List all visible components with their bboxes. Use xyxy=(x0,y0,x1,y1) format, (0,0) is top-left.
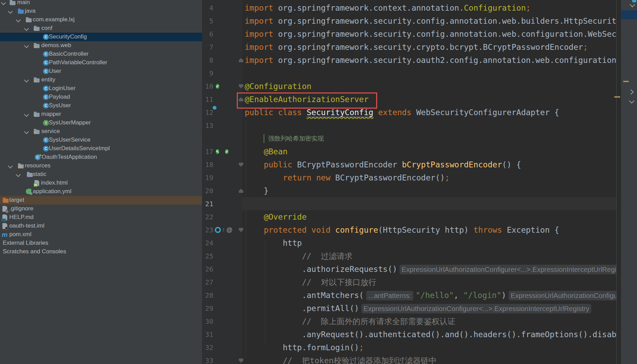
code-line[interactable]: @Configuration xyxy=(242,80,617,93)
code-line[interactable]: // 过滤请求 xyxy=(242,250,617,263)
spring-bean-icon[interactable]: ✓ xyxy=(216,83,219,90)
tree-item-sysuserservice[interactable]: CSysUserService xyxy=(0,136,202,144)
code-line[interactable]: import org.springframework.security.oaut… xyxy=(242,54,617,67)
tree-item-index-html[interactable]: index.html xyxy=(0,179,202,187)
overriding-method-icon[interactable]: ↑@ xyxy=(215,227,233,233)
red-annotation-box xyxy=(237,92,377,109)
code-token: // 除上面外的所有请求全部需要鉴权认证 xyxy=(245,317,456,326)
warning-stripe-mark[interactable] xyxy=(623,81,629,82)
tree-expand-chevron-icon[interactable] xyxy=(16,172,21,177)
project-tree-panel: mainjavacom.example.lxjconfCSecurityConf… xyxy=(0,0,202,364)
code-token: () { xyxy=(502,160,521,169)
code-line[interactable]: import org.springframework.context.annot… xyxy=(242,1,617,14)
code-line[interactable]: http.formLogin(); xyxy=(242,341,617,354)
inlay-hint[interactable]: ExpressionUrlAuthorizationConfigurer<...… xyxy=(509,291,617,300)
tree-item-service[interactable]: service xyxy=(0,127,202,136)
line-number: 28 xyxy=(202,289,213,302)
warning-stripe-mark[interactable] xyxy=(614,96,620,98)
inlay-hint[interactable]: ...antPatterns: xyxy=(366,291,413,300)
code-token: .antMatchers( xyxy=(245,291,364,300)
tree-item-entity[interactable]: entity xyxy=(0,76,202,84)
tree-item-label: Payload xyxy=(49,93,70,100)
error-stripe-panel[interactable] xyxy=(621,0,637,364)
tree-item-pom-xml[interactable]: mpom.xml xyxy=(0,230,202,239)
chevron-down-icon[interactable] xyxy=(630,2,635,8)
code-line[interactable]: public BCryptPasswordEncoder bCryptPassw… xyxy=(242,158,617,171)
code-line[interactable] xyxy=(242,67,617,80)
tree-expand-chevron-icon[interactable] xyxy=(24,26,29,31)
code-line[interactable]: @Override xyxy=(242,210,617,223)
code-line[interactable]: } xyxy=(242,184,617,197)
code-line[interactable]: .antMatchers(...antPatterns:"/hello", "/… xyxy=(242,289,617,302)
tree-item-sysusermapper[interactable]: ISysUserMapper xyxy=(0,119,202,127)
tree-item-pathvariablecontroller[interactable]: CPathVariableController xyxy=(0,58,202,67)
code-line[interactable] xyxy=(242,197,617,210)
tree-item-oauthtestapplication[interactable]: COauthTestApplication xyxy=(0,153,202,162)
tree-item-demos-web[interactable]: demos.web xyxy=(0,41,202,50)
code-line[interactable]: return new BCryptPasswordEncoder(); xyxy=(242,171,617,184)
folded-comment-text[interactable]: 强散列哈希加密实现 xyxy=(268,132,324,145)
tree-item-java[interactable]: java xyxy=(0,7,202,15)
tree-item-scratches-and-consoles[interactable]: Scratches and Consoles xyxy=(0,247,202,256)
code-line[interactable]: .permitAll()ExpressionUrlAuthorizationCo… xyxy=(242,302,617,315)
code-line[interactable]: import org.springframework.security.cryp… xyxy=(242,41,617,54)
spring-bean-icon[interactable]: ✓ xyxy=(225,148,229,155)
code-line[interactable]: .authorizeRequests()ExpressionUrlAuthori… xyxy=(242,263,617,276)
code-token: @Configuration xyxy=(245,82,311,91)
code-line[interactable] xyxy=(242,119,617,132)
editor-pane[interactable]: 4import org.springframework.context.anno… xyxy=(202,0,617,364)
tree-item-securityconfig[interactable]: CSecurityConfig xyxy=(0,33,202,41)
tree-item-loginuser[interactable]: CLoginUser xyxy=(0,84,202,93)
tree-item-com-example-lxj[interactable]: com.example.lxj xyxy=(0,15,202,24)
tree-expand-chevron-icon[interactable] xyxy=(8,9,13,14)
inlay-hint[interactable]: ExpressionUrlAuthorizationConfigurer<...… xyxy=(361,304,591,313)
code-line[interactable]: // 把token校验过滤器添加到过滤器链中 xyxy=(242,354,617,364)
tree-item-external-libraries[interactable]: External Libraries xyxy=(0,239,202,247)
chevron-right-icon[interactable] xyxy=(628,89,634,95)
tree-item-label: User xyxy=(49,68,61,75)
tree-item-resources[interactable]: resources xyxy=(0,162,202,170)
editor-scrollbar-track[interactable] xyxy=(616,0,621,364)
tree-expand-chevron-icon[interactable] xyxy=(24,78,29,82)
tree-item-basiccontroller[interactable]: CBasicController xyxy=(0,50,202,58)
code-line[interactable]: protected void configure(HttpSecurity ht… xyxy=(242,223,617,236)
inlay-hint[interactable]: ExpressionUrlAuthorizationConfigurer<...… xyxy=(400,265,617,274)
scrollbar-thumb[interactable] xyxy=(621,10,637,19)
tree-item-application-yml[interactable]: application.yml xyxy=(0,187,202,196)
interface-icon: I xyxy=(43,120,49,126)
code-line[interactable]: .anyRequest().authenticated().and().head… xyxy=(242,328,617,341)
tree-item-label: resources xyxy=(25,162,51,169)
tree-item-oauth-test-iml[interactable]: oauth-test.iml xyxy=(0,222,202,230)
tree-expand-chevron-icon[interactable] xyxy=(24,112,29,117)
code-line[interactable]: @Bean xyxy=(242,145,617,158)
code-line[interactable]: // 对以下接口放行 xyxy=(242,276,617,289)
code-line[interactable]: // 除上面外的所有请求全部需要鉴权认证 xyxy=(242,315,617,328)
tree-item-mapper[interactable]: mapper xyxy=(0,110,202,119)
class-icon: C xyxy=(43,146,49,152)
tree-item-sysuser[interactable]: CSysUser xyxy=(0,101,202,110)
tree-item--gitignore[interactable]: .gitignore xyxy=(0,205,202,213)
line-number: 4 xyxy=(202,1,213,14)
tree-item-help-md[interactable]: HELP.md xyxy=(0,213,202,222)
chevron-down-icon[interactable] xyxy=(629,98,635,104)
code-line[interactable]: import org.springframework.security.conf… xyxy=(242,14,617,27)
inspections-widget-icon[interactable] xyxy=(632,0,636,2)
tree-item-conf[interactable]: conf xyxy=(0,24,202,33)
boot-icon: C xyxy=(35,154,41,160)
bean-navigate-icon[interactable]: ↖ xyxy=(216,148,219,155)
tree-expand-chevron-icon[interactable] xyxy=(24,43,29,48)
tree-item-static[interactable]: static xyxy=(0,170,202,179)
tree-item-target[interactable]: target xyxy=(0,196,202,205)
tree-expand-chevron-icon[interactable] xyxy=(24,129,29,134)
line-number: 31 xyxy=(202,328,213,341)
code-line[interactable]: http xyxy=(242,236,617,250)
tree-item-main[interactable]: main xyxy=(0,0,202,7)
line-number: 24 xyxy=(202,236,213,250)
tree-item-user[interactable]: CUser xyxy=(0,67,202,76)
tree-expand-chevron-icon[interactable] xyxy=(16,18,21,22)
tree-expand-chevron-icon[interactable] xyxy=(8,164,13,168)
code-line[interactable]: import org.springframework.security.conf… xyxy=(242,27,617,41)
tree-expand-chevron-icon[interactable] xyxy=(1,0,6,5)
tree-item-payload[interactable]: CPayload xyxy=(0,93,202,101)
tree-item-userdetailsserviceimpl[interactable]: CUserDetailsServiceImpl xyxy=(0,144,202,153)
